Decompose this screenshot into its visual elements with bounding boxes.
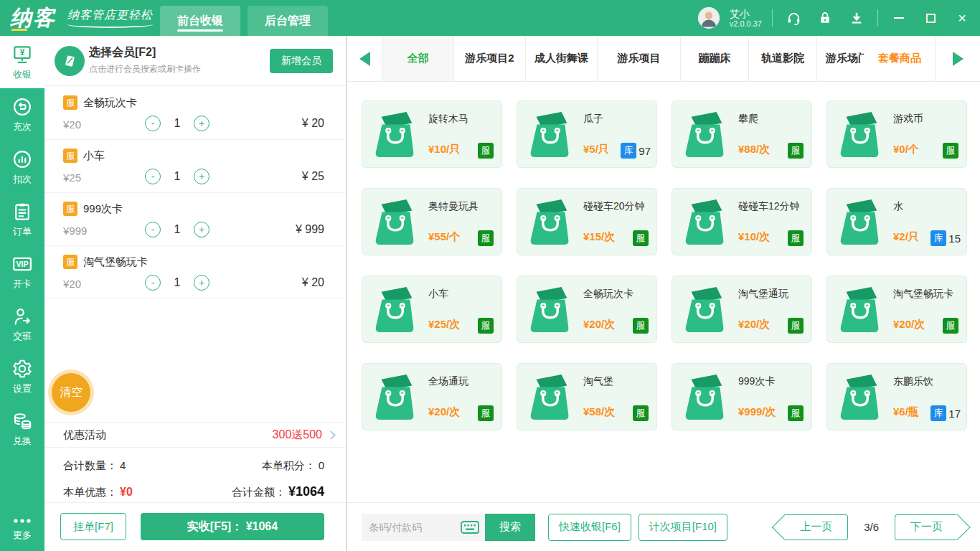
exchange-icon <box>11 410 33 432</box>
increase-button[interactable]: + <box>194 222 209 237</box>
minimize-button[interactable] <box>888 7 910 29</box>
product-card[interactable]: 奥特曼玩具 ¥55/个 服 <box>362 188 502 255</box>
product-badge: 服 <box>788 405 804 421</box>
decrease-button[interactable]: - <box>145 222 161 237</box>
category-tab[interactable]: 成人街舞课 <box>525 36 597 81</box>
sidebar-item-vip-card[interactable]: VIP 开卡 <box>0 245 44 298</box>
cart-item: 服 全畅玩次卡 ¥20 - 1 + ¥ 20 <box>44 87 346 140</box>
user-avatar[interactable] <box>698 7 720 29</box>
decrease-button[interactable]: - <box>145 169 161 184</box>
product-card[interactable]: 瓜子 ¥5/只 库 97 <box>517 100 657 168</box>
product-card[interactable]: 淘气堡通玩 ¥20/次 服 <box>672 276 812 343</box>
increase-button[interactable]: + <box>194 169 209 184</box>
search-button[interactable]: 搜索 <box>485 514 535 541</box>
maximize-button[interactable] <box>920 7 941 29</box>
service-badge: 服 <box>63 255 77 269</box>
category-tab-package[interactable]: 套餐商品 <box>864 36 936 81</box>
shopping-bag-icon <box>372 372 418 422</box>
scroll-categories-right-button[interactable] <box>936 36 980 81</box>
points-value: 0 <box>319 459 324 471</box>
product-price: ¥88/次 <box>738 143 770 156</box>
product-card[interactable]: 999次卡 ¥999/次 服 <box>672 363 812 430</box>
download-icon[interactable] <box>846 7 867 29</box>
category-tab[interactable]: 游乐项目2 <box>453 36 525 81</box>
product-card[interactable]: 碰碰车20分钟 ¥15/次 服 <box>517 188 657 255</box>
product-badge: 服 <box>788 230 804 246</box>
product-card[interactable]: 淘气堡 ¥58/次 服 <box>517 363 657 430</box>
product-price: ¥0/个 <box>893 143 919 156</box>
decrease-button[interactable]: - <box>145 275 161 291</box>
shopping-bag-icon <box>682 197 728 247</box>
sidebar-item-label: 兑换 <box>13 435 32 448</box>
count-item-button[interactable]: 计次项目[F10] <box>639 514 727 541</box>
quantity-stepper: - 1 + <box>145 222 209 237</box>
product-card[interactable]: 攀爬 ¥88/次 服 <box>672 100 812 168</box>
product-name: 淘气堡 <box>583 375 613 388</box>
category-tab[interactable]: 游乐场门 <box>816 36 864 81</box>
product-card[interactable]: 淘气堡畅玩卡 ¥20/次 服 <box>826 276 967 343</box>
category-tab[interactable]: 轨道影院 <box>748 36 816 81</box>
sidebar-item-deduct[interactable]: 扣次 <box>0 141 44 193</box>
triangle-right-icon <box>953 52 963 66</box>
product-price: ¥55/个 <box>428 230 460 244</box>
cart-item: 服 小车 ¥25 - 1 + ¥ 25 <box>44 140 346 193</box>
shopping-bag-icon <box>372 109 418 159</box>
promo-row[interactable]: 优惠活动 300送500 <box>44 422 346 448</box>
increase-button[interactable]: + <box>194 116 209 131</box>
hold-order-button[interactable]: 挂单[F7] <box>60 513 126 540</box>
sidebar-item-settings[interactable]: 设置 <box>0 350 44 402</box>
keyboard-icon[interactable] <box>461 521 479 534</box>
increase-button[interactable]: + <box>194 275 209 291</box>
add-member-button[interactable]: 新增会员 <box>270 49 333 73</box>
customer-service-icon[interactable] <box>783 7 804 29</box>
product-badge-group: 库 17 <box>930 405 961 421</box>
sidebar-item-recharge[interactable]: 充次 <box>0 88 44 141</box>
sidebar-item-orders[interactable]: 订单 <box>0 193 44 245</box>
cart-panel: 选择会员[F2] 点击进行会员搜索或刷卡操作 新增会员 服 全畅玩次卡 ¥20 … <box>44 36 346 551</box>
product-name: 游戏币 <box>893 113 923 126</box>
tab-front-cashier[interactable]: 前台收银 <box>160 6 240 36</box>
lock-icon[interactable] <box>814 7 836 29</box>
product-card[interactable]: 全畅玩次卡 ¥20/次 服 <box>517 276 657 343</box>
product-card[interactable]: 游戏币 ¥0/个 服 <box>826 100 967 168</box>
product-card[interactable]: 水 ¥2/只 库 15 <box>826 188 967 255</box>
sidebar-item-label: 充次 <box>13 121 32 133</box>
scroll-categories-left-button[interactable] <box>347 36 382 81</box>
select-member-area[interactable]: 选择会员[F2] 点击进行会员搜索或刷卡操作 新增会员 <box>44 36 346 86</box>
deduct-icon <box>11 149 33 170</box>
checkout-button[interactable]: 实收[F5]： ¥1064 <box>141 513 324 540</box>
quick-cashier-button[interactable]: 快速收银[F6] <box>548 514 631 541</box>
product-badge: 服 <box>478 405 494 421</box>
recharge-icon <box>11 96 33 118</box>
shopping-bag-icon <box>372 284 418 334</box>
product-name: 攀爬 <box>738 113 758 126</box>
product-price: ¥20/次 <box>893 318 925 331</box>
product-name: 碰碰车20分钟 <box>583 200 645 213</box>
sidebar-item-exchange[interactable]: 兑换 <box>0 402 44 455</box>
product-card[interactable]: 东鹏乐饮 ¥6/瓶 库 17 <box>826 363 967 430</box>
product-badge-group: 服 <box>633 230 651 246</box>
sidebar-item-shift[interactable]: 交班 <box>0 298 44 350</box>
next-page-button[interactable]: 下一页 <box>895 514 958 540</box>
sidebar-item-cashier[interactable]: ¥ 收银 <box>0 36 44 88</box>
sidebar-item-label: 订单 <box>13 225 32 238</box>
product-card[interactable]: 碰碰车12分钟 ¥10/次 服 <box>672 188 812 255</box>
discount-label: 本单优惠： <box>63 486 117 498</box>
product-badge-group: 服 <box>633 405 651 421</box>
product-badge: 库 <box>930 405 946 421</box>
tab-back-management[interactable]: 后台管理 <box>248 6 328 36</box>
clear-cart-button[interactable]: 清空 <box>52 373 90 412</box>
close-button[interactable]: × <box>951 7 973 29</box>
cart-item-total: ¥ 20 <box>302 276 324 289</box>
category-tab[interactable]: 游乐项目 <box>597 36 680 81</box>
sidebar-item-more[interactable]: 更多 <box>0 507 44 551</box>
category-tab[interactable]: 蹦蹦床 <box>680 36 748 81</box>
decrease-button[interactable]: - <box>145 116 161 131</box>
category-tab-all[interactable]: 全部 <box>382 36 453 81</box>
product-badge-group: 服 <box>943 318 961 334</box>
prev-page-button[interactable]: 上一页 <box>785 514 848 540</box>
product-card[interactable]: 旋转木马 ¥10/只 服 <box>362 100 502 168</box>
product-badge-group: 服 <box>478 318 496 334</box>
product-card[interactable]: 全场通玩 ¥20/次 服 <box>362 363 502 430</box>
product-card[interactable]: 小车 ¥25/次 服 <box>362 276 502 343</box>
